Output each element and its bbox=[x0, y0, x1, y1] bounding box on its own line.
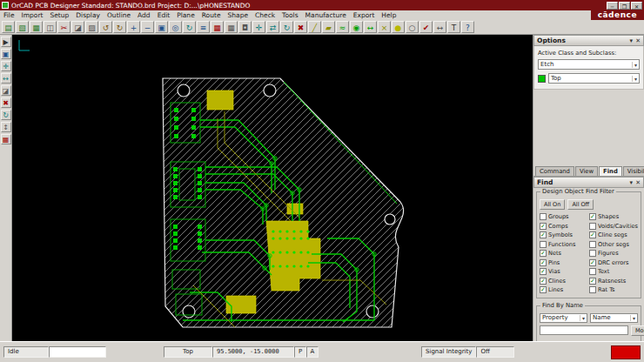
panel-close-icon[interactable]: ✕ bbox=[635, 179, 641, 186]
close-button[interactable]: ✕ bbox=[631, 2, 642, 10]
panel-close-icon[interactable]: ✕ bbox=[635, 37, 641, 44]
dehighlight-icon[interactable]: ○ bbox=[406, 21, 419, 33]
redraw-icon[interactable]: ↻ bbox=[183, 21, 196, 33]
pointer-icon[interactable]: ▶ bbox=[1, 37, 11, 47]
filter-lines[interactable]: ✓Lines bbox=[540, 285, 587, 295]
mirror-icon[interactable]: ⇄ bbox=[266, 21, 279, 33]
zoom-window-icon[interactable]: ▣ bbox=[1, 49, 11, 59]
zoom-in-icon[interactable]: + bbox=[127, 21, 140, 33]
delete-icon[interactable]: ✖ bbox=[1, 97, 11, 108]
menu-item-display[interactable]: Display bbox=[72, 11, 104, 19]
text-icon[interactable]: T bbox=[447, 21, 460, 33]
filter-other-segs[interactable]: Other segs bbox=[589, 240, 638, 250]
paste-icon[interactable]: ▨ bbox=[85, 21, 98, 33]
menu-item-manufacture[interactable]: Manufacture bbox=[302, 11, 350, 19]
filter-clines[interactable]: ✓Clines bbox=[540, 277, 587, 286]
redo-icon[interactable]: ↻ bbox=[113, 21, 126, 33]
menu-item-import[interactable]: Import bbox=[18, 11, 47, 19]
add-line-icon[interactable]: ╱ bbox=[308, 21, 321, 33]
panel-menu-icon[interactable]: ▾ bbox=[630, 37, 634, 44]
filter-drc-errors[interactable]: ✓DRC errors bbox=[589, 258, 638, 268]
help-icon[interactable]: ? bbox=[461, 21, 474, 33]
filter-groups[interactable]: Groups bbox=[540, 212, 587, 222]
menu-item-file[interactable]: File bbox=[0, 11, 18, 19]
filter-vias[interactable]: ✓Vias bbox=[540, 267, 587, 277]
layers-icon[interactable]: ≡ bbox=[197, 21, 210, 33]
rotate-icon[interactable]: ↻ bbox=[280, 21, 293, 33]
dimension-icon[interactable]: ↕ bbox=[1, 122, 11, 132]
filter-functions[interactable]: Functions bbox=[540, 240, 587, 250]
zoom-world-icon[interactable]: ◎ bbox=[169, 21, 182, 33]
filter-symbols[interactable]: ✓Symbols bbox=[540, 231, 587, 240]
find-name-select[interactable]: Name ▾ bbox=[590, 313, 638, 323]
menu-item-check[interactable]: Check bbox=[252, 11, 278, 19]
open-icon[interactable]: ▧ bbox=[16, 21, 29, 33]
panel-menu-icon[interactable]: ▾ bbox=[630, 179, 634, 186]
more-button[interactable]: More... bbox=[631, 325, 644, 336]
shadow-mode-icon[interactable]: ◘ bbox=[238, 21, 252, 33]
color-icon[interactable]: ▦ bbox=[211, 21, 224, 33]
filter-shapes[interactable]: ✓Shapes bbox=[589, 212, 638, 222]
slide-icon[interactable]: ↔ bbox=[364, 21, 377, 33]
pick-button[interactable]: P bbox=[294, 346, 306, 358]
minimize-button[interactable]: ─ bbox=[607, 2, 618, 10]
measure-icon[interactable]: ↔ bbox=[433, 21, 446, 33]
color-edit-icon[interactable]: ▦ bbox=[1, 134, 11, 144]
move-icon[interactable]: ✛ bbox=[252, 21, 265, 33]
menu-item-edit[interactable]: Edit bbox=[154, 11, 174, 19]
zoom-out-icon[interactable]: − bbox=[141, 21, 154, 33]
filter-rat-ts[interactable]: Rat Ts bbox=[589, 285, 638, 295]
filter-figures[interactable]: Figures bbox=[589, 249, 638, 258]
undo-icon[interactable]: ↺ bbox=[99, 21, 112, 33]
add-shape-icon[interactable]: ▰ bbox=[322, 21, 335, 33]
find-name-input[interactable] bbox=[540, 325, 628, 335]
move-icon[interactable]: ↔ bbox=[1, 73, 11, 84]
menu-item-tools[interactable]: Tools bbox=[278, 11, 301, 19]
print-icon[interactable]: ◫ bbox=[44, 21, 57, 33]
tab-view[interactable]: View bbox=[575, 166, 598, 176]
new-icon[interactable]: ▤ bbox=[2, 21, 15, 33]
filter-comps[interactable]: ✓Comps bbox=[540, 222, 587, 231]
menu-item-shape[interactable]: Shape bbox=[225, 11, 252, 19]
menu-item-plane[interactable]: Plane bbox=[173, 11, 198, 19]
application-mode-button[interactable]: A bbox=[306, 346, 319, 358]
zoom-fit-icon[interactable]: ▣ bbox=[155, 21, 168, 33]
filter-pins[interactable]: ✓Pins bbox=[540, 258, 587, 268]
tab-command[interactable]: Command bbox=[535, 166, 574, 176]
menu-item-outline[interactable]: Outline bbox=[104, 11, 134, 19]
maximize-button[interactable]: ❐ bbox=[619, 2, 630, 10]
copy-icon[interactable]: ◪ bbox=[1, 85, 11, 96]
add-via-icon[interactable]: ◉ bbox=[350, 21, 363, 33]
copy-icon[interactable]: ◪ bbox=[71, 21, 84, 33]
tab-visibility[interactable]: Visibility bbox=[623, 166, 644, 176]
filter-cline-segs[interactable]: ✓Cline segs bbox=[589, 231, 638, 240]
class-select[interactable]: Etch ▾ bbox=[538, 59, 640, 70]
menu-item-add[interactable]: Add bbox=[134, 11, 154, 19]
ratsnest-icon[interactable]: × bbox=[378, 21, 391, 33]
menu-item-route[interactable]: Route bbox=[198, 11, 225, 19]
filter-ratsnests[interactable]: ✓Ratsnests bbox=[589, 277, 638, 286]
drc-check-icon[interactable]: ✔ bbox=[419, 21, 433, 33]
filter-column-left: Groups✓Comps✓SymbolsFunctions✓Nets✓Pins✓… bbox=[540, 212, 587, 295]
design-canvas[interactable] bbox=[12, 35, 533, 341]
pan-icon[interactable]: ✛ bbox=[1, 61, 11, 71]
filter-nets[interactable]: ✓Nets bbox=[540, 249, 587, 258]
menu-item-help[interactable]: Help bbox=[378, 11, 399, 19]
all-on-button[interactable]: All On bbox=[540, 199, 565, 210]
menu-item-setup[interactable]: Setup bbox=[46, 11, 72, 19]
delete-icon[interactable]: ✖ bbox=[294, 21, 307, 33]
menu-item-export[interactable]: Export bbox=[350, 11, 379, 19]
filter-text[interactable]: Text bbox=[589, 267, 638, 277]
grid-icon[interactable]: ▦ bbox=[225, 21, 238, 33]
cut-icon[interactable]: ✂ bbox=[57, 21, 70, 33]
filter-voids-cavities[interactable]: Voids/Cavities bbox=[589, 222, 638, 231]
options-panel-header: Options ▾ ✕ bbox=[533, 35, 644, 46]
find-property-select[interactable]: Property ▾ bbox=[540, 313, 587, 323]
subclass-select[interactable]: Top ▾ bbox=[548, 73, 640, 84]
save-icon[interactable]: ▦ bbox=[30, 21, 43, 33]
all-off-button[interactable]: All Off bbox=[567, 199, 594, 210]
route-icon[interactable]: ≈ bbox=[336, 21, 349, 33]
highlight-icon[interactable]: ● bbox=[392, 21, 405, 33]
rotate-icon[interactable]: ↻ bbox=[1, 110, 11, 120]
tab-find[interactable]: Find bbox=[599, 166, 622, 176]
